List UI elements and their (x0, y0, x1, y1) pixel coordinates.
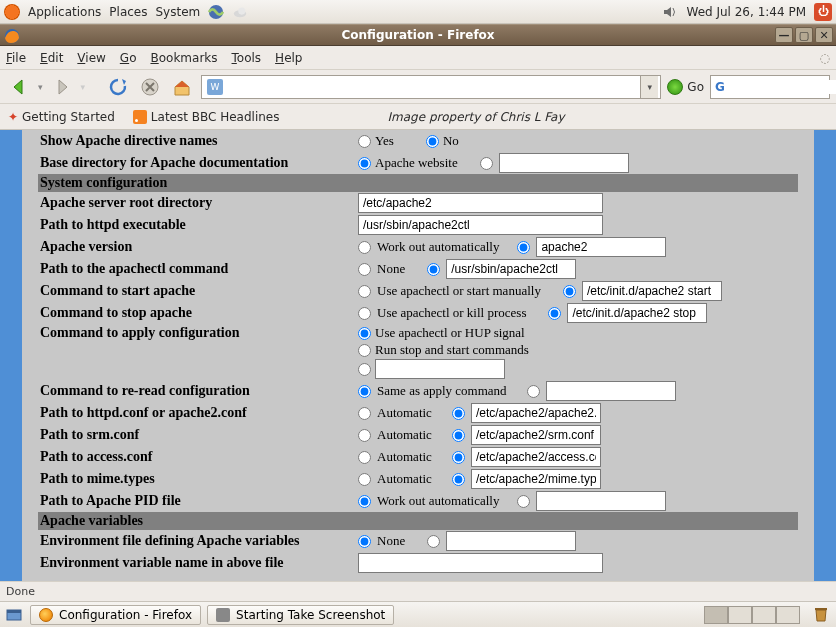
home-button[interactable] (169, 74, 195, 100)
label-apachectl: Path to the apachectl command (40, 261, 358, 277)
maximize-button[interactable]: ▢ (795, 27, 813, 43)
radio-version-custom[interactable] (517, 241, 530, 254)
search-bar[interactable]: G (710, 75, 830, 99)
label-cmd-apply: Command to apply configuration (40, 325, 358, 341)
label-env-var-name: Environment variable name in above file (40, 555, 358, 571)
radio-apache-website[interactable] (358, 157, 371, 170)
radio-mime-custom[interactable] (452, 473, 465, 486)
clock[interactable]: Wed Jul 26, 1:44 PM (686, 5, 806, 19)
input-cmd-stop[interactable] (567, 303, 707, 323)
radio-apply-hup[interactable] (358, 327, 371, 340)
opt-stop-default: Use apachectl or kill process (377, 305, 526, 321)
window-title: Configuration - Firefox (341, 28, 494, 42)
task-screenshot[interactable]: Starting Take Screenshot (207, 605, 394, 625)
radio-start-default[interactable] (358, 285, 371, 298)
radio-yes[interactable] (358, 135, 371, 148)
gnome-bottom-panel: Configuration - Firefox Starting Take Sc… (0, 601, 836, 627)
radio-reread-custom[interactable] (527, 385, 540, 398)
trash-icon[interactable] (812, 605, 832, 625)
input-cmd-reread[interactable] (546, 381, 676, 401)
radio-srm-custom[interactable] (452, 429, 465, 442)
system-menu[interactable]: System (155, 5, 200, 19)
menu-view[interactable]: View (77, 51, 105, 65)
radio-apachectl-none[interactable] (358, 263, 371, 276)
radio-access-auto[interactable] (358, 451, 371, 464)
workspace-3[interactable] (752, 606, 776, 624)
radio-apply-custom[interactable] (358, 363, 371, 376)
workspace-4[interactable] (776, 606, 800, 624)
url-input[interactable] (226, 80, 640, 94)
forward-button[interactable] (49, 74, 75, 100)
input-apachectl[interactable] (446, 259, 576, 279)
input-env-var-name[interactable] (358, 553, 603, 573)
input-base-dir[interactable] (499, 153, 629, 173)
input-mime-types[interactable] (471, 469, 601, 489)
menu-file[interactable]: File (6, 51, 26, 65)
weather-icon[interactable] (232, 4, 248, 20)
rss-icon (133, 110, 147, 124)
radio-apply-restart[interactable] (358, 344, 371, 357)
input-apache-version[interactable] (536, 237, 666, 257)
browser-launcher-icon[interactable] (208, 4, 224, 20)
radio-srm-auto[interactable] (358, 429, 371, 442)
radio-version-auto[interactable] (358, 241, 371, 254)
show-desktop-icon[interactable] (4, 605, 24, 625)
menu-edit[interactable]: Edit (40, 51, 63, 65)
radio-pid-custom[interactable] (517, 495, 530, 508)
minimize-button[interactable]: — (775, 27, 793, 43)
input-cmd-apply[interactable] (375, 359, 505, 379)
radio-base-dir-custom[interactable] (480, 157, 493, 170)
radio-env-custom[interactable] (427, 535, 440, 548)
bookmark-icon: ✦ (8, 110, 18, 124)
search-input[interactable] (729, 80, 836, 94)
radio-apachectl-custom[interactable] (427, 263, 440, 276)
radio-no[interactable] (426, 135, 439, 148)
radio-stop-custom[interactable] (548, 307, 561, 320)
task-firefox[interactable]: Configuration - Firefox (30, 605, 201, 625)
url-bar[interactable]: W ▾ (201, 75, 661, 99)
places-menu[interactable]: Places (109, 5, 147, 19)
menu-go[interactable]: Go (120, 51, 137, 65)
go-button[interactable]: Go (667, 79, 704, 95)
url-dropdown[interactable]: ▾ (640, 76, 658, 98)
input-httpd-conf[interactable] (471, 403, 601, 423)
menu-bookmarks[interactable]: Bookmarks (150, 51, 217, 65)
radio-access-custom[interactable] (452, 451, 465, 464)
workspace-2[interactable] (728, 606, 752, 624)
menu-help[interactable]: Help (275, 51, 302, 65)
menu-tools[interactable]: Tools (232, 51, 262, 65)
power-icon[interactable]: ⏻ (814, 3, 832, 21)
close-button[interactable]: ✕ (815, 27, 833, 43)
reload-button[interactable] (105, 74, 131, 100)
ubuntu-logo-icon[interactable] (4, 4, 20, 20)
search-engine-icon[interactable]: G (715, 80, 725, 94)
input-env-file[interactable] (446, 531, 576, 551)
radio-mime-auto[interactable] (358, 473, 371, 486)
bookmark-bbc[interactable]: Latest BBC Headlines (133, 110, 280, 124)
volume-icon[interactable] (662, 4, 678, 20)
input-pid-file[interactable] (536, 491, 666, 511)
radio-pid-auto[interactable] (358, 495, 371, 508)
image-credit: Image property of Chris L Fay (387, 110, 564, 124)
label-access-conf: Path to access.conf (40, 449, 358, 465)
radio-httpd-conf-auto[interactable] (358, 407, 371, 420)
back-dropdown[interactable]: ▾ (38, 82, 43, 92)
radio-stop-default[interactable] (358, 307, 371, 320)
opt-version-auto: Work out automatically (377, 239, 499, 255)
radio-httpd-conf-custom[interactable] (452, 407, 465, 420)
applications-menu[interactable]: Applications (28, 5, 101, 19)
input-srm-conf[interactable] (471, 425, 601, 445)
input-access-conf[interactable] (471, 447, 601, 467)
radio-start-custom[interactable] (563, 285, 576, 298)
bookmark-getting-started[interactable]: ✦ Getting Started (8, 110, 115, 124)
radio-env-none[interactable] (358, 535, 371, 548)
back-button[interactable] (6, 74, 32, 100)
input-server-root[interactable] (358, 193, 603, 213)
radio-reread-same[interactable] (358, 385, 371, 398)
input-httpd-exec[interactable] (358, 215, 603, 235)
label-pid-file: Path to Apache PID file (40, 493, 358, 509)
input-cmd-start[interactable] (582, 281, 722, 301)
workspace-switcher[interactable] (698, 606, 800, 624)
stop-button[interactable] (137, 74, 163, 100)
workspace-1[interactable] (704, 606, 728, 624)
